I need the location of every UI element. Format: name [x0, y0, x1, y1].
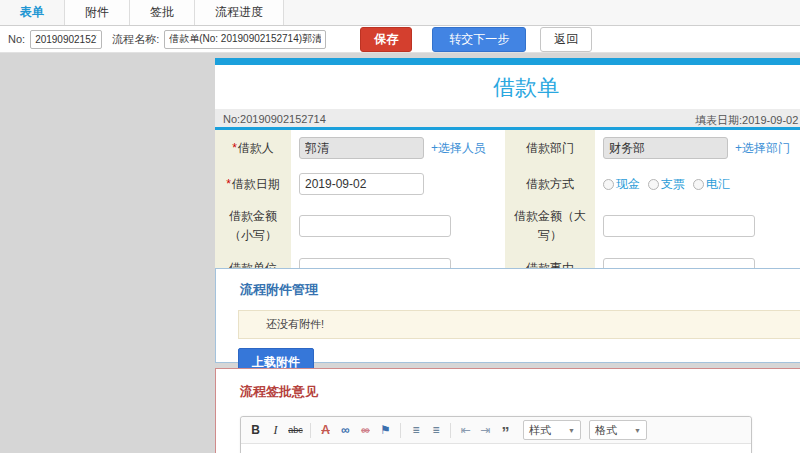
back-button[interactable]: 返回 — [540, 27, 592, 52]
radio-cheque[interactable]: 支票 — [648, 176, 685, 193]
tab-progress[interactable]: 流程进度 — [195, 0, 284, 25]
form-meta-row: No:20190902152714 填表日期:2019-09-02 15:27:… — [215, 109, 800, 130]
outdent-icon[interactable]: ⇤ — [456, 421, 475, 440]
borrower-label: *借款人 — [215, 130, 291, 166]
ordered-list-icon[interactable]: ≡ — [406, 421, 425, 440]
page-title: 借款单 — [215, 65, 800, 109]
italic-icon[interactable]: I — [266, 421, 285, 440]
amount-lower-label: 借款金额（小写） — [215, 202, 291, 250]
amount-upper-input[interactable] — [603, 215, 755, 237]
toolbar-divider — [450, 423, 451, 438]
tab-bar: 表单附件签批流程进度 — [0, 0, 800, 26]
form-fill-date: 填表日期:2019-09-02 15:27:1 — [695, 113, 800, 128]
loan-method-label: 借款方式 — [505, 166, 595, 202]
chevron-down-icon: ▼ — [634, 427, 641, 434]
editor-content-area[interactable] — [241, 444, 751, 453]
approval-heading: 流程签批意见 — [240, 383, 800, 401]
attachments-heading: 流程附件管理 — [240, 281, 800, 299]
indent-icon[interactable]: ⇥ — [476, 421, 495, 440]
style-combo[interactable]: 样式 ▼ — [523, 420, 581, 440]
rich-text-editor: B I abc A ∞ ∞ ⚑ ≡ ≡ ⇤ ⇥ ” 样式 ▼ — [240, 416, 752, 453]
loan-form-card: 借款单 No:20190902152714 填表日期:2019-09-02 15… — [215, 58, 800, 291]
flow-name-label: 流程名称: — [112, 32, 159, 47]
loan-form-grid: *借款人 +选择人员 借款部门 +选择部门 *借款日期 借款方式 — [215, 130, 800, 287]
editor-toolbar: B I abc A ∞ ∞ ⚑ ≡ ≡ ⇤ ⇥ ” 样式 ▼ — [241, 417, 751, 444]
approval-card: 流程签批意见 B I abc A ∞ ∞ ⚑ ≡ ≡ ⇤ ⇥ ” 样式 — [215, 368, 800, 453]
radio-wire[interactable]: 电汇 — [693, 176, 730, 193]
radio-cash[interactable]: 现金 — [603, 176, 640, 193]
toolbar-divider — [400, 423, 401, 438]
toolbar-divider — [310, 423, 311, 438]
amount-upper-label: 借款金额（大写） — [505, 202, 595, 250]
control-bar: No: 流程名称: 保存 转交下一步 返回 — [0, 26, 800, 53]
borrower-input[interactable] — [299, 137, 424, 159]
select-person-link[interactable]: +选择人员 — [431, 140, 486, 157]
loan-method-radio-group: 现金 支票 电汇 — [603, 176, 738, 193]
loan-date-input[interactable] — [299, 173, 424, 195]
radio-icon[interactable] — [648, 179, 659, 190]
select-department-link[interactable]: +选择部门 — [735, 140, 790, 157]
anchor-flag-icon[interactable]: ⚑ — [376, 421, 395, 440]
flow-name-input[interactable] — [164, 30, 326, 49]
department-input[interactable] — [603, 137, 728, 159]
required-mark: * — [232, 141, 237, 155]
chevron-down-icon: ▼ — [568, 427, 575, 434]
tab-approval[interactable]: 签批 — [130, 0, 195, 25]
next-step-button[interactable]: 转交下一步 — [432, 27, 526, 52]
bullet-list-icon[interactable]: ≡ — [426, 421, 445, 440]
link-icon[interactable]: ∞ — [336, 421, 355, 440]
unlink-icon[interactable]: ∞ — [356, 421, 375, 440]
radio-icon[interactable] — [693, 179, 704, 190]
remove-format-icon[interactable]: A — [316, 421, 335, 440]
tab-attachments[interactable]: 附件 — [65, 0, 130, 25]
no-input[interactable] — [30, 30, 102, 49]
department-label: 借款部门 — [505, 130, 595, 166]
blockquote-icon[interactable]: ” — [496, 421, 515, 440]
bold-icon[interactable]: B — [246, 421, 265, 440]
format-combo[interactable]: 格式 ▼ — [589, 420, 647, 440]
strikethrough-icon[interactable]: abc — [286, 421, 305, 440]
form-number: No:20190902152714 — [223, 113, 326, 125]
no-attachments-notice: 还没有附件! — [238, 310, 800, 339]
attachments-card: 流程附件管理 还没有附件! 上载附件 — [215, 268, 800, 363]
tab-form[interactable]: 表单 — [0, 0, 65, 25]
amount-lower-input[interactable] — [299, 215, 451, 237]
save-button[interactable]: 保存 — [360, 27, 412, 52]
radio-icon[interactable] — [603, 179, 614, 190]
page-background: 借款单 No:20190902152714 填表日期:2019-09-02 15… — [0, 53, 800, 453]
required-mark: * — [226, 177, 231, 191]
no-label: No: — [8, 33, 25, 45]
loan-date-label: *借款日期 — [215, 166, 291, 202]
